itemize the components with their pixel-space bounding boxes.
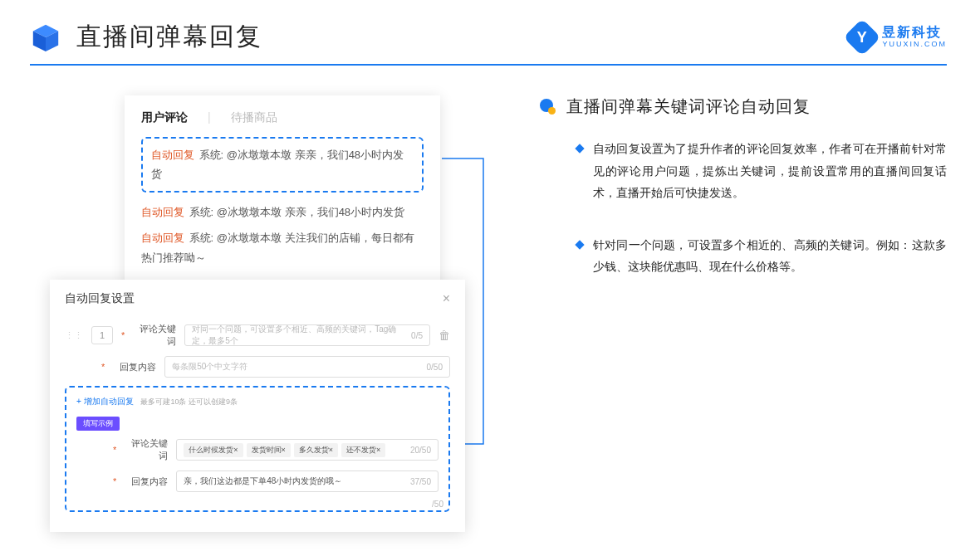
example-keyword-input[interactable]: 什么时候发货 × 发货时间 × 多久发货 × 还不发货 × 20/50 [176,439,439,461]
placeholder: 对同一个问题，可设置多个相近、高频的关键词，Tag确定，最多5个 [192,324,408,347]
example-content-text: 亲，我们这边都是下单48小时内发货的哦～ [184,475,342,487]
limit-hint: 最多可建10条 还可以创建9条 [140,397,238,406]
counter: 0/5 [411,331,423,340]
example-row-content: * 回复内容 亲，我们这边都是下单48小时内发货的哦～ 37/50 [113,471,439,492]
required-star-icon: * [113,445,116,455]
highlighted-comment: 自动回复 系统: @冰墩墩本墩 亲亲，我们48小时内发货 [141,137,424,193]
screenshot-composite: 用户评论 | 待播商品 自动回复 系统: @冰墩墩本墩 亲亲，我们48小时内发货… [50,95,465,289]
close-icon[interactable]: × [443,291,450,306]
example-row-keyword: * 评论关键词 什么时候发货 × 发货时间 × 多久发货 × 还不发货 × 20… [113,437,439,462]
brand-logo: Y 昱新科技 YUUXIN.COM [849,24,947,51]
tab-separator: | [208,110,211,125]
counter: 0/50 [427,363,443,372]
brand-mark-icon: Y [844,18,881,56]
trash-icon[interactable]: 🗑 [439,329,450,342]
comment-row: 自动回复 系统: @冰墩墩本墩 关注我们的店铺，每日都有热门推荐呦～ [141,228,424,267]
add-auto-reply-link[interactable]: + 增加自动回复 [76,397,134,406]
counter: 20/50 [410,446,431,455]
tag-chip[interactable]: 还不发货 × [341,443,385,457]
bullet-dot-icon [540,99,556,115]
cube-icon [30,22,61,53]
brand-domain: YUUXIN.COM [882,41,947,48]
comments-panel: 用户评论 | 待播商品 自动回复 系统: @冰墩墩本墩 亲亲，我们48小时内发货… [125,95,440,289]
page-title: 直播间弹幕回复 [76,20,262,54]
drag-handle-icon[interactable]: ⋮⋮ [65,330,83,341]
keyword-label: 评论关键词 [125,437,168,462]
tag-chip[interactable]: 发货时间 × [247,443,291,457]
explanation-panel: 直播间弹幕关键词评论自动回复 自动回复设置为了提升作者的评论回复效率，作者可在开… [540,95,947,308]
panel-title: 自动回复设置 [65,291,135,306]
tag-chip[interactable]: 多久发货 × [294,443,338,457]
point-item: 针对同一个问题，可设置多个相近的、高频的关键词。例如：这款多少钱、这块能优惠吗、… [576,234,947,278]
content-input[interactable]: 每条限50个中文字符 0/50 [164,356,450,378]
settings-panel: 自动回复设置 × ⋮⋮ 1 * 评论关键词 对同一个问题，可设置多个相近、高频的… [50,280,465,532]
tab-pending-goods[interactable]: 待播商品 [231,110,277,125]
placeholder: 每条限50个中文字符 [172,361,247,373]
add-hint: + 增加自动回复 最多可建10条 还可以创建9条 [76,396,439,407]
page-header: 直播间弹幕回复 Y 昱新科技 YUUXIN.COM [0,0,980,64]
diamond-icon [575,144,584,153]
settings-row-content: * 回复内容 每条限50个中文字符 0/50 [101,356,450,378]
required-star-icon: * [113,476,116,486]
required-star-icon: * [121,330,125,340]
example-content-input[interactable]: 亲，我们这边都是下单48小时内发货的哦～ 37/50 [176,471,439,492]
tab-user-comments[interactable]: 用户评论 [141,110,188,125]
outside-counter: /50 [432,500,443,509]
order-index: 1 [91,326,113,344]
example-badge: 填写示例 [76,417,120,431]
content-label: 回复内容 [113,361,156,373]
required-star-icon: * [101,362,105,372]
keyword-input[interactable]: 对同一个问题，可设置多个相近、高频的关键词，Tag确定，最多5个 0/5 [184,324,430,346]
brand-name: 昱新科技 [882,26,947,39]
auto-reply-tag: 自动回复 [141,206,184,218]
comment-row: 自动回复 系统: @冰墩墩本墩 亲亲，我们48小时内发货 [141,202,424,222]
tag-chip[interactable]: 什么时候发货 × [184,443,243,457]
settings-row-keyword: ⋮⋮ 1 * 评论关键词 对同一个问题，可设置多个相近、高频的关键词，Tag确定… [65,323,450,348]
point-text: 针对同一个问题，可设置多个相近的、高频的关键词。例如：这款多少钱、这块能优惠吗、… [593,234,947,278]
counter: 37/50 [410,477,431,486]
diamond-icon [575,240,584,249]
content-label: 回复内容 [125,475,168,488]
auto-reply-tag: 自动回复 [151,149,194,161]
example-section: + 增加自动回复 最多可建10条 还可以创建9条 填写示例 * 评论关键词 什么… [65,386,450,512]
section-title: 直播间弹幕关键词评论自动回复 [566,95,811,118]
keyword-label: 评论关键词 [133,323,176,348]
comment-text: 系统: @冰墩墩本墩 亲亲，我们48小时内发货 [186,206,404,218]
point-text: 自动回复设置为了提升作者的评论回复效率，作者可在开播前针对常见的评论用户问题，提… [593,138,947,204]
comment-row: 自动回复 系统: @冰墩墩本墩 亲亲，我们48小时内发货 [151,145,414,184]
point-item: 自动回复设置为了提升作者的评论回复效率，作者可在开播前针对常见的评论用户问题，提… [576,138,947,204]
auto-reply-tag: 自动回复 [141,232,184,244]
